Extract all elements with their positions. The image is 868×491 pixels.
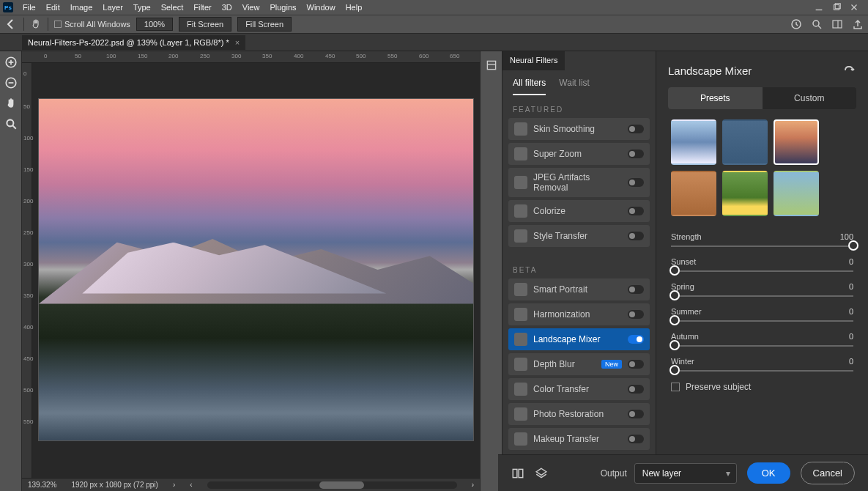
- preset-thumbnail[interactable]: [774, 171, 819, 216]
- svg-rect-2: [835, 4, 840, 9]
- zoom-input[interactable]: 100%: [136, 18, 173, 31]
- preset-thumbnail[interactable]: [671, 119, 716, 165]
- preset-thumbnail[interactable]: [722, 171, 768, 216]
- filter-thumb-icon: [514, 229, 527, 243]
- tab-wait-list[interactable]: Wait list: [559, 78, 590, 95]
- document-tab[interactable]: Neural-Filters-Ps-2022.psd @ 139% (Layer…: [22, 35, 245, 50]
- subtract-tool-icon[interactable]: [4, 76, 18, 89]
- filter-smart-portrait[interactable]: Smart Portrait: [508, 278, 650, 300]
- toggle-photo-restoration[interactable]: [628, 410, 644, 418]
- toggle-landscape-mixer[interactable]: [628, 335, 644, 344]
- slider-track-winter[interactable]: [671, 370, 853, 372]
- filter-super-zoom[interactable]: Super Zoom: [508, 143, 650, 165]
- menu-plugins[interactable]: Plugins: [264, 3, 301, 12]
- menu-edit[interactable]: Edit: [41, 3, 65, 12]
- back-icon[interactable]: [4, 18, 18, 31]
- status-dimensions: 1920 px x 1080 px (72 ppi): [71, 481, 157, 489]
- hand-tool[interactable]: [4, 97, 18, 110]
- slider-track-sunset[interactable]: [671, 270, 853, 272]
- slider-track-strength[interactable]: [671, 246, 853, 247]
- canvas-viewport[interactable]: [32, 63, 480, 478]
- menu-image[interactable]: Image: [65, 3, 98, 12]
- fit-screen-button[interactable]: Fit Screen: [179, 17, 231, 32]
- hand-tool-icon[interactable]: [30, 18, 42, 30]
- menu-help[interactable]: Help: [341, 3, 368, 12]
- toggle-depth-blur[interactable]: [628, 360, 644, 369]
- share-icon[interactable]: [852, 18, 864, 30]
- preserve-subject-checkbox[interactable]: Preserve subject: [671, 382, 853, 392]
- tab-close-icon[interactable]: ×: [235, 38, 240, 47]
- menu-type[interactable]: Type: [128, 3, 156, 12]
- filter-thumb-icon: [514, 358, 527, 371]
- preset-grid: [656, 119, 868, 225]
- workspace-icon[interactable]: [831, 18, 843, 30]
- slider-track-autumn[interactable]: [671, 345, 853, 347]
- reset-icon[interactable]: [843, 64, 856, 77]
- filter-thumb-icon: [514, 122, 527, 136]
- filter-depth-blur[interactable]: Depth BlurNew: [508, 353, 650, 375]
- filter-harmonization[interactable]: Harmonization: [508, 303, 650, 325]
- minimize-icon[interactable]: [814, 2, 824, 12]
- ruler-vertical: 0 50 100 150 200 250 300 350 400 450 500…: [22, 63, 32, 478]
- filter-photo-restoration[interactable]: Photo Restoration: [508, 403, 650, 425]
- filter-style-transfer[interactable]: Style Transfer: [508, 225, 650, 247]
- horizontal-scrollbar[interactable]: [207, 481, 457, 489]
- menu-file[interactable]: File: [18, 3, 41, 12]
- fill-screen-button[interactable]: Fill Screen: [237, 17, 292, 32]
- sliders-area: Strength100 Sunset0 Spring0 Summer0 Autu…: [656, 225, 868, 491]
- menu-select[interactable]: Select: [156, 3, 189, 12]
- tab-presets[interactable]: Presets: [668, 87, 763, 109]
- tab-custom[interactable]: Custom: [763, 87, 857, 109]
- preset-thumbnail-selected[interactable]: [774, 119, 819, 165]
- slider-track-spring[interactable]: [671, 295, 853, 297]
- status-zoom: 139.32%: [28, 481, 56, 489]
- ok-button[interactable]: OK: [747, 462, 790, 484]
- tab-all-filters[interactable]: All filters: [513, 78, 546, 95]
- toggle-smart-portrait[interactable]: [628, 285, 644, 294]
- add-tool-icon[interactable]: [4, 56, 18, 69]
- filter-makeup-transfer[interactable]: Makeup Transfer: [508, 428, 650, 450]
- filter-color-transfer[interactable]: Color Transfer: [508, 378, 650, 400]
- restore-icon[interactable]: [831, 2, 842, 12]
- filter-colorize[interactable]: Colorize: [508, 200, 650, 222]
- slider-track-summer[interactable]: [671, 320, 853, 322]
- cancel-button[interactable]: Cancel: [801, 462, 855, 484]
- filter-jpeg-artifacts[interactable]: JPEG Artifacts Removal: [508, 168, 650, 197]
- neural-filters-panel: Neural Filters All filters Wait list FEA…: [502, 51, 656, 491]
- layers-icon[interactable]: [535, 467, 548, 480]
- scroll-right-icon[interactable]: ›: [472, 481, 474, 489]
- toggle-harmonization[interactable]: [628, 310, 644, 319]
- menu-view[interactable]: View: [237, 3, 265, 12]
- preset-thumbnail[interactable]: [722, 119, 768, 165]
- filter-thumb-icon: [514, 147, 527, 160]
- toggle-jpeg-artifacts[interactable]: [628, 178, 644, 187]
- zoom-tool[interactable]: [4, 117, 18, 130]
- close-icon[interactable]: [849, 2, 859, 12]
- status-bar: 139.32% 1920 px x 1080 px (72 ppi) › ‹ ›: [22, 478, 480, 491]
- toggle-super-zoom[interactable]: [628, 149, 644, 158]
- menu-3d[interactable]: 3D: [217, 3, 237, 12]
- search-icon[interactable]: [811, 18, 823, 30]
- preset-thumbnail[interactable]: [671, 171, 716, 216]
- options-bar: Scroll All Windows 100% Fit Screen Fill …: [0, 15, 868, 34]
- filter-skin-smoothing[interactable]: Skin Smoothing: [508, 118, 650, 140]
- status-chevron-icon[interactable]: ›: [173, 481, 175, 489]
- scroll-left-icon[interactable]: ‹: [190, 481, 192, 489]
- slider-sunset: Sunset0: [671, 257, 853, 272]
- toggle-style-transfer[interactable]: [628, 232, 644, 240]
- menu-window[interactable]: Window: [302, 3, 341, 12]
- cloud-sync-icon[interactable]: [790, 18, 802, 30]
- toggle-color-transfer[interactable]: [628, 385, 644, 394]
- scroll-all-checkbox[interactable]: Scroll All Windows: [54, 20, 130, 29]
- toggle-colorize[interactable]: [628, 207, 644, 215]
- new-badge: New: [601, 360, 622, 369]
- menu-layer[interactable]: Layer: [97, 3, 128, 12]
- panel-collapse-icon[interactable]: [485, 59, 498, 72]
- filter-landscape-mixer[interactable]: Landscape Mixer: [508, 328, 650, 350]
- panel-tab-neural[interactable]: Neural Filters: [502, 51, 565, 70]
- toggle-skin-smoothing[interactable]: [628, 125, 644, 133]
- output-select[interactable]: New layer: [634, 463, 737, 484]
- menu-filter[interactable]: Filter: [188, 3, 216, 12]
- preview-icon[interactable]: [511, 467, 524, 480]
- toggle-makeup-transfer[interactable]: [628, 435, 644, 443]
